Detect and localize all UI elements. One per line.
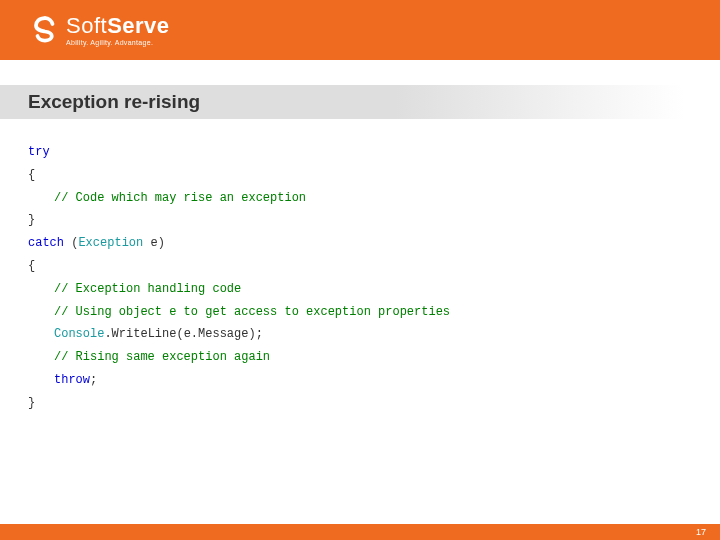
brand-text: SoftServe Ability. Agility. Advantage. [66,15,170,46]
slide-title: Exception re-rising [28,91,200,113]
brand-tagline: Ability. Agility. Advantage. [66,39,170,46]
code-line: Console.WriteLine(e.Message); [28,323,692,346]
code-line: { [28,164,692,187]
softserve-logo-icon [30,15,60,45]
brand-logo: SoftServe Ability. Agility. Advantage. [30,15,170,46]
code-line: // Code which may rise an exception [28,187,692,210]
code-block: try { // Code which may rise an exceptio… [0,119,720,437]
code-line: catch (Exception e) [28,232,692,255]
code-line: throw; [28,369,692,392]
code-line: { [28,255,692,278]
code-line: } [28,209,692,232]
code-line: // Exception handling code [28,278,692,301]
code-line: try [28,141,692,164]
code-line: // Rising same exception again [28,346,692,369]
page-number: 17 [696,527,706,537]
footer-bar: 17 [0,524,720,540]
code-line: } [28,392,692,415]
header-bar: SoftServe Ability. Agility. Advantage. [0,0,720,60]
slide-title-band: Exception re-rising [0,85,720,119]
code-line: // Using object e to get access to excep… [28,301,692,324]
brand-name: SoftServe [66,15,170,37]
